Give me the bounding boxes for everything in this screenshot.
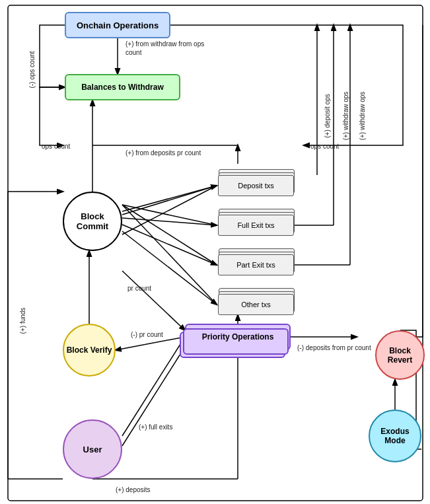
other-txs-label: Other txs [241, 301, 271, 308]
deposits-pr-label: (-) deposits from pr count [297, 343, 403, 352]
deposit-txs-box: Deposit txs [218, 175, 294, 196]
ops-count-right-label: ops count [310, 142, 339, 151]
balances-label: Balances to Withdraw [81, 83, 164, 92]
exodus-label: Exodus Mode [370, 427, 420, 445]
minus-ops-left-label: (-) ops count [28, 51, 36, 88]
other-txs-box: Other txs [218, 294, 294, 315]
svg-line-2 [122, 218, 217, 225]
svg-line-21 [116, 337, 185, 350]
block-commit-node: Block Commit [63, 192, 122, 251]
full-exits-label: (+) full exits [139, 423, 172, 431]
exodus-mode-node: Exodus Mode [369, 410, 421, 462]
deposit-ops-label: (+) deposit ops [324, 94, 331, 137]
svg-line-4 [122, 231, 217, 305]
svg-line-9 [122, 186, 217, 234]
withdraw-ops2-label: (+) withdraw ops [359, 92, 366, 141]
from-withdraw-label: (+) from withdraw from ops count [125, 40, 218, 57]
balances-to-withdraw-node: Balances to Withdraw [65, 74, 180, 100]
user-label: User [83, 445, 102, 454]
pr-count-left-label: pr count [127, 284, 151, 293]
svg-line-24 [122, 337, 185, 436]
pr-count-minus-label: (-) pr count [131, 330, 163, 339]
priority-operations-node: Priority Operations [185, 324, 291, 350]
user-node: User [63, 419, 122, 479]
from-deposits-pr-label: (+) from deposits pr count [125, 149, 244, 157]
onchain-operations-node: Onchain Operations [65, 12, 170, 38]
deposits-label: (+) deposits [116, 486, 151, 494]
svg-line-8 [122, 186, 217, 215]
part-exit-txs-label: Part Exit txs [236, 261, 275, 269]
block-verify-node: Block Verify [63, 324, 116, 377]
block-revert-node: Block Revert [375, 330, 425, 380]
svg-line-31 [122, 271, 185, 330]
priority-ops-label: Priority Operations [202, 332, 274, 342]
ops-count-left-label: ops count [42, 142, 70, 151]
deposit-txs-label: Deposit txs [238, 182, 273, 190]
full-exit-txs-label: Full Exit txs [237, 221, 274, 229]
funds-label: (+) funds [19, 308, 26, 334]
svg-line-1 [122, 186, 217, 211]
onchain-label: Onchain Operations [77, 20, 159, 30]
svg-line-3 [122, 225, 217, 265]
withdraw-ops1-label: (+) withdraw ops [342, 92, 349, 141]
svg-line-5 [122, 205, 217, 225]
diagram: { "nodes": { "onchain": "Onchain Operati… [0, 0, 430, 504]
svg-line-6 [122, 205, 217, 265]
block-commit-label: Block Commit [64, 211, 121, 231]
block-verify-label: Block Verify [67, 345, 112, 355]
full-exit-txs-box: Full Exit txs [218, 215, 294, 236]
part-exit-txs-box: Part Exit txs [218, 254, 294, 275]
